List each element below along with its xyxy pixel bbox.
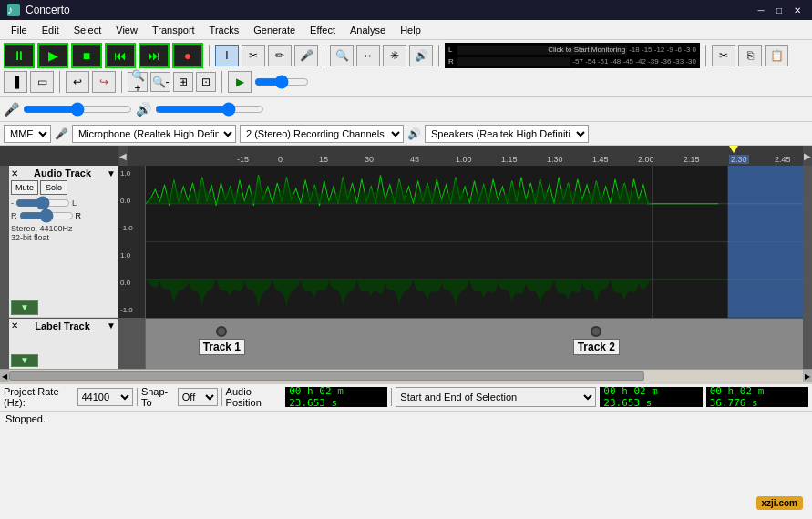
- ruler-45: 45: [410, 155, 419, 164]
- audio-position-label: Audio Position: [226, 386, 283, 408]
- project-rate-dropdown[interactable]: 44100: [77, 388, 134, 406]
- output-device-dropdown[interactable]: Speakers (Realtek High Definiti...: [425, 125, 589, 143]
- zoom-fit-button[interactable]: ⊞: [173, 72, 193, 92]
- menu-edit[interactable]: Edit: [35, 23, 67, 37]
- selection-type-dropdown[interactable]: Start and End of Selection: [396, 387, 596, 407]
- scrollbar-thumb[interactable]: [9, 371, 644, 381]
- timeline-scroll-left[interactable]: ◀: [118, 146, 128, 166]
- menu-view[interactable]: View: [108, 23, 145, 37]
- label-track-header: ✕ Label Track ▼: [11, 321, 116, 331]
- silence-button[interactable]: ▭: [30, 71, 54, 93]
- speaker-tool[interactable]: 🔊: [409, 45, 433, 66]
- menu-tracks[interactable]: Tracks: [202, 23, 247, 37]
- snap-to-dropdown[interactable]: Off: [178, 388, 218, 406]
- ruler-30: 30: [365, 155, 374, 164]
- selection-end-value: 00 h 02 m 36.776 s: [710, 385, 805, 409]
- label-track-close[interactable]: ✕: [11, 321, 18, 331]
- track-volume-slider[interactable]: [15, 198, 70, 209]
- audio-track-container: ✕ Audio Track ▼ Mute Solo - L R R Stereo…: [0, 166, 812, 318]
- menu-analyse[interactable]: Analyse: [343, 23, 393, 37]
- separator: [209, 45, 210, 66]
- separator2: [324, 45, 324, 66]
- scroll-right-button[interactable]: ▶: [803, 370, 812, 382]
- ruler-15: 15: [319, 155, 328, 164]
- vu-R-label: R: [448, 57, 456, 66]
- svg-rect-5: [728, 166, 803, 241]
- mute-button[interactable]: Mute: [11, 180, 38, 195]
- snap-to-label: Snap-To: [141, 386, 174, 408]
- vu-R-bar: [457, 57, 570, 66]
- output-volume-slider[interactable]: [155, 104, 264, 115]
- track-collapse-button[interactable]: ▼: [11, 300, 38, 315]
- label-track-area[interactable]: Track 1 Track 2: [146, 319, 803, 369]
- track-chevron-icon[interactable]: ▼: [107, 168, 116, 178]
- rewind-button[interactable]: ⏮: [105, 43, 136, 68]
- play-once-button[interactable]: ▶: [228, 71, 252, 93]
- paste-button[interactable]: 📋: [765, 45, 788, 66]
- zoom-in-tool[interactable]: 🔍: [330, 45, 354, 66]
- input-volume-slider[interactable]: [23, 104, 132, 115]
- label-track-chevron[interactable]: ▼: [107, 321, 116, 331]
- app-title: Concerto: [26, 4, 70, 16]
- mic-tool[interactable]: 🎤: [294, 45, 318, 66]
- cut-button[interactable]: ✂: [712, 45, 735, 66]
- separator7: [221, 71, 222, 93]
- horizontal-scrollbar[interactable]: [9, 371, 803, 382]
- menu-help[interactable]: Help: [393, 23, 428, 37]
- waveform-svg: // We'll just draw many vertical lines f…: [146, 166, 803, 318]
- trim-button[interactable]: ▐: [4, 71, 27, 93]
- redo-button[interactable]: ↪: [92, 71, 116, 93]
- minimize-button[interactable]: ─: [754, 3, 768, 17]
- label-text-1: Track 1: [199, 339, 245, 355]
- copy-button[interactable]: ⎘: [738, 45, 762, 66]
- label-track-arrow-button[interactable]: ▼: [11, 354, 38, 367]
- ruler-2-15: 2:15: [684, 155, 700, 164]
- scroll-left-button[interactable]: ◀: [0, 370, 9, 382]
- input-device-dropdown[interactable]: Microphone (Realtek High Defini...: [72, 125, 236, 143]
- select-tool[interactable]: I: [215, 45, 239, 66]
- envelope-tool[interactable]: ✂: [242, 45, 265, 66]
- label-track-container: ✕ Label Track ▼ ▼ Track 1 Track 2: [0, 318, 812, 369]
- track-pan-slider[interactable]: [19, 210, 74, 221]
- vu-meter-section: L Click to Start Monitoring -18 -15 -12 …: [445, 43, 700, 68]
- maximize-button[interactable]: □: [772, 3, 786, 17]
- zoom-in-button[interactable]: 🔍+: [128, 72, 148, 92]
- label-y-axis: [118, 319, 146, 369]
- solo-button[interactable]: Solo: [40, 180, 67, 195]
- selection-end-time: 00 h 02 m 36.776 s: [706, 387, 808, 407]
- label-marker-track1[interactable]: Track 1: [199, 326, 245, 355]
- separator4: [705, 45, 706, 66]
- play-button[interactable]: ▶: [37, 43, 68, 68]
- zoom-sel-button[interactable]: ⊡: [196, 72, 216, 92]
- close-button[interactable]: ✕: [790, 3, 805, 17]
- multi-tool[interactable]: ✳: [383, 45, 406, 66]
- zoom-out-button[interactable]: 🔍-: [150, 72, 170, 92]
- timeline-scroll-right[interactable]: ▶: [803, 146, 812, 166]
- undo-button[interactable]: ↩: [66, 71, 89, 93]
- menu-file[interactable]: File: [4, 23, 35, 37]
- label-marker-track2[interactable]: Track 2: [573, 326, 620, 355]
- menu-select[interactable]: Select: [67, 23, 109, 37]
- playback-speed-slider[interactable]: [254, 76, 309, 87]
- menu-effect[interactable]: Effect: [303, 23, 343, 37]
- record-button[interactable]: ●: [172, 43, 203, 68]
- waveform-area[interactable]: // We'll just draw many vertical lines f…: [146, 166, 803, 318]
- menu-transport[interactable]: Transport: [145, 23, 202, 37]
- y-axis: 1.0 0.0 -1.0 1.0 0.0 -1.0: [118, 166, 146, 318]
- stop-button[interactable]: ■: [71, 43, 102, 68]
- track-close-icon[interactable]: ✕: [11, 168, 18, 178]
- ruler-2-45: 2:45: [775, 155, 791, 164]
- time-shift-tool[interactable]: ↔: [356, 45, 380, 66]
- menu-generate[interactable]: Generate: [246, 23, 303, 37]
- forward-button[interactable]: ⏭: [139, 43, 170, 68]
- audio-host-dropdown[interactable]: MME: [4, 125, 51, 143]
- ruler-0: 0: [278, 155, 283, 164]
- draw-tool[interactable]: ✏: [268, 45, 292, 66]
- channels-dropdown[interactable]: 2 (Stereo) Recording Channels: [240, 125, 404, 143]
- vu-L-label: L: [448, 46, 456, 54]
- timeline-ruler-area: -15 0 15 30 45 1:00 1:15 1:30 1:45 2:00 …: [237, 146, 803, 166]
- y-mid3-label: 0.0: [120, 279, 143, 287]
- pause-button[interactable]: ⏸: [4, 43, 35, 68]
- monitor-button[interactable]: Click to Start Monitoring: [548, 46, 625, 54]
- dropdown-row: MME 🎤 Microphone (Realtek High Defini...…: [0, 122, 812, 146]
